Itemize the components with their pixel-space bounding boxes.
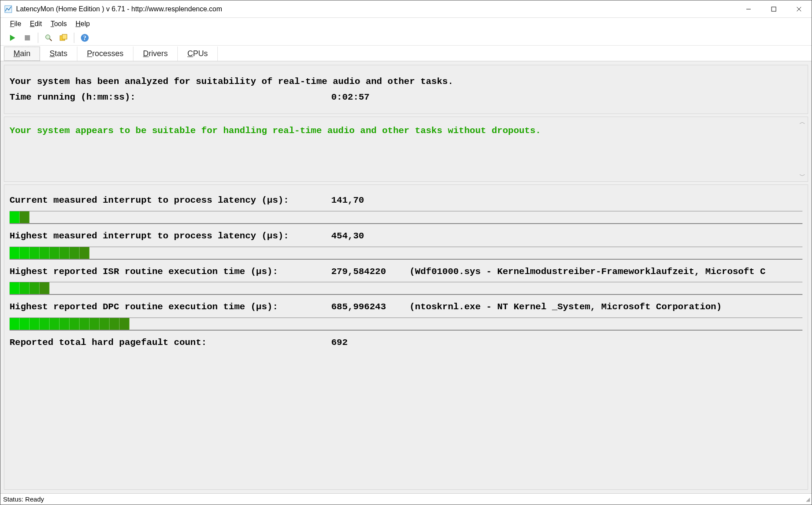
tab-cpus[interactable]: CPUs — [178, 47, 218, 61]
menu-help[interactable]: Help — [72, 19, 93, 29]
window-title: LatencyMon (Home Edition ) v 6.71 - http… — [16, 5, 222, 13]
play-button[interactable] — [7, 32, 19, 44]
window-controls — [736, 1, 812, 17]
metric-3-extra: (Wdf01000.sys - Kernelmodustreiber-Frame… — [409, 264, 802, 280]
windows-button[interactable] — [57, 32, 70, 44]
metric-1-bar — [10, 211, 802, 224]
resize-grip-icon[interactable]: ◢ — [806, 496, 810, 502]
tab-strip: Main Stats Processes Drivers CPUs — [0, 46, 812, 61]
window: LatencyMon (Home Edition ) v 6.71 - http… — [0, 0, 812, 505]
menubar: File Edit Tools Help — [0, 18, 812, 30]
status-text: Status: Ready — [3, 495, 44, 503]
tab-processes[interactable]: Processes — [77, 47, 133, 61]
metric-2-value: 454,30 — [331, 228, 409, 244]
assessment-panel: Your system appears to be suitable for h… — [4, 117, 808, 182]
help-button[interactable]: ? — [79, 32, 91, 44]
tab-drivers[interactable]: Drivers — [133, 47, 178, 61]
metric-3-bar — [10, 282, 802, 295]
tab-main[interactable]: Main — [4, 47, 40, 61]
tab-stats[interactable]: Stats — [40, 47, 77, 61]
statusbar: Status: Ready ◢ — [0, 493, 812, 505]
time-running-value: 0:02:57 — [331, 90, 409, 105]
metric-4-label: Highest reported DPC routine execution t… — [10, 299, 331, 315]
magnifier-button[interactable] — [43, 32, 55, 44]
menu-file[interactable]: File — [7, 19, 25, 29]
minimize-button[interactable] — [736, 1, 761, 17]
metric-4-extra: (ntoskrnl.exe - NT Kernel _System, Micro… — [409, 299, 802, 315]
assessment-text: Your system appears to be suitable for h… — [10, 126, 541, 136]
close-button[interactable] — [786, 1, 812, 17]
time-running-label: Time running (h:mm:ss): — [10, 90, 331, 105]
metric-1-value: 141,70 — [331, 193, 409, 208]
summary-line: Your system has been analyzed for suitab… — [10, 74, 453, 90]
metric-3-label: Highest reported ISR routine execution t… — [10, 264, 331, 280]
scroll-up-icon[interactable]: ︿ — [798, 118, 807, 127]
metric-2-bar — [10, 247, 802, 260]
metric-5-label: Reported total hard pagefault count: — [10, 335, 331, 351]
metric-2-label: Highest measured interrupt to process la… — [10, 228, 331, 244]
titlebar: LatencyMon (Home Edition ) v 6.71 - http… — [0, 0, 812, 18]
metrics-panel: Current measured interrupt to process la… — [4, 184, 808, 490]
maximize-button[interactable] — [761, 1, 786, 17]
svg-line-8 — [50, 39, 52, 41]
app-icon — [4, 5, 13, 13]
metric-5-value: 692 — [331, 335, 409, 351]
svg-text:?: ? — [83, 35, 87, 41]
menu-tools[interactable]: Tools — [47, 19, 70, 29]
toolbar-separator — [38, 33, 38, 43]
stop-button[interactable] — [21, 32, 33, 44]
svg-marker-5 — [10, 35, 15, 41]
metric-4-value: 685,996243 — [331, 299, 409, 315]
svg-rect-10 — [62, 34, 67, 39]
metric-3-value: 279,584220 — [331, 264, 409, 280]
toolbar: ? — [0, 30, 812, 46]
metric-4-bar — [10, 318, 802, 331]
body-area: Your system has been analyzed for suitab… — [0, 61, 812, 493]
metric-1-label: Current measured interrupt to process la… — [10, 193, 331, 208]
summary-panel: Your system has been analyzed for suitab… — [4, 65, 808, 114]
svg-point-7 — [46, 35, 50, 39]
svg-rect-6 — [25, 35, 30, 40]
menu-edit[interactable]: Edit — [27, 19, 46, 29]
toolbar-separator — [74, 33, 74, 43]
scroll-down-icon[interactable]: ﹀ — [798, 172, 807, 181]
svg-rect-2 — [772, 7, 776, 11]
